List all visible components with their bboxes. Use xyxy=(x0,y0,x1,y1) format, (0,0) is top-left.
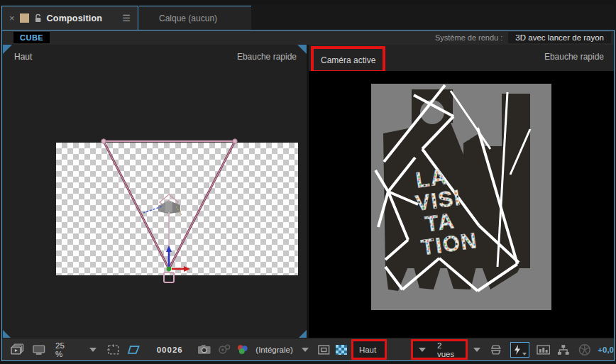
composition-panel: CUBE Système de rendu : 3D avec lancer d… xyxy=(1,30,615,361)
region-of-interest-icon[interactable] xyxy=(317,344,331,355)
render-engine-label: Système de rendu : xyxy=(435,33,502,42)
view-3d-annotation-box: Haut xyxy=(351,339,387,360)
view-3d-select[interactable]: Haut xyxy=(353,341,385,358)
right-view-name: Caméra active xyxy=(321,55,375,65)
zoom-select[interactable]: 25 % xyxy=(55,341,74,358)
view-corner-marker xyxy=(3,45,12,54)
left-view-draft-label: Ebauche rapide xyxy=(237,52,297,62)
composition-toolbar: 25 % 00026 xyxy=(2,338,614,360)
composition-name-badge[interactable]: CUBE xyxy=(13,32,50,43)
view-layout-value: 2 vues xyxy=(437,341,460,358)
grid-guides-icon[interactable] xyxy=(106,343,121,356)
timeline-icon[interactable] xyxy=(537,344,551,355)
panel-color-swatch-icon xyxy=(20,13,29,23)
view-layout-annotation-box: 2 vues xyxy=(411,339,468,360)
view-3d-dropdown[interactable] xyxy=(413,341,431,358)
transparency-checkerboard xyxy=(56,143,298,275)
always-preview-icon[interactable] xyxy=(11,343,26,356)
la-visitation-artwork: LA VISI TA TION xyxy=(371,84,551,310)
unlock-icon[interactable] xyxy=(34,13,42,23)
tab-composition[interactable]: × Composition ☰ xyxy=(1,6,138,30)
tab-composition-label: Composition xyxy=(47,13,103,23)
reset-exposure-icon[interactable] xyxy=(578,343,591,356)
frame-counter[interactable]: 00026 xyxy=(157,346,183,354)
tab-calque-label: Calque (aucun) xyxy=(159,13,217,23)
panel-menu-icon[interactable]: ☰ xyxy=(122,13,131,23)
flowchart-icon[interactable] xyxy=(557,344,570,355)
left-view-name: Haut xyxy=(14,52,32,62)
resolution-dropdown-icon[interactable] xyxy=(302,348,309,352)
exposure-value[interactable]: +0,0 xyxy=(598,346,614,354)
render-engine-button[interactable]: 3D avec lancer de rayon xyxy=(508,32,611,43)
view-layout-dropdown-icon[interactable] xyxy=(473,348,480,352)
viewport-top-view[interactable]: Haut Ebauche rapide xyxy=(3,45,307,339)
after-effects-window: × Composition ☰ Calque (aucun) CUBE Syst… xyxy=(0,0,616,364)
fast-previews-dropdown-icon xyxy=(522,353,527,355)
camera-view-canvas: LA VISI TA TION xyxy=(309,71,614,339)
fast-previews-button[interactable] xyxy=(510,342,529,358)
primary-viewer-icon[interactable] xyxy=(32,344,46,355)
right-view-draft-label: Ebauche rapide xyxy=(544,52,604,62)
snapshot-camera-icon[interactable] xyxy=(197,344,211,355)
pixel-aspect-icon[interactable] xyxy=(489,344,503,355)
transparency-grid-icon[interactable] xyxy=(336,345,347,355)
show-snapshot-icon[interactable] xyxy=(216,344,232,355)
tab-calque[interactable]: Calque (aucun) xyxy=(139,6,251,30)
camera-active-annotation-box: Caméra active xyxy=(311,46,385,73)
zoom-dropdown-icon[interactable] xyxy=(89,348,97,352)
tab-strip: × Composition ☰ Calque (aucun) xyxy=(1,4,615,30)
panel-subheader: CUBE Système de rendu : 3D avec lancer d… xyxy=(2,31,614,45)
channels-icon[interactable] xyxy=(236,344,249,355)
view-3d-value: Haut xyxy=(359,346,376,354)
view-corner-marker xyxy=(297,45,307,54)
viewport-active-camera[interactable]: Ebauche rapide Caméra active xyxy=(309,45,614,339)
close-icon[interactable]: × xyxy=(9,13,15,23)
lightning-icon xyxy=(513,344,522,355)
mask-toggle-icon[interactable] xyxy=(126,344,141,355)
resolution-select[interactable]: (Intégrale) xyxy=(255,346,292,354)
view-layout-select[interactable]: 2 vues xyxy=(431,341,466,358)
